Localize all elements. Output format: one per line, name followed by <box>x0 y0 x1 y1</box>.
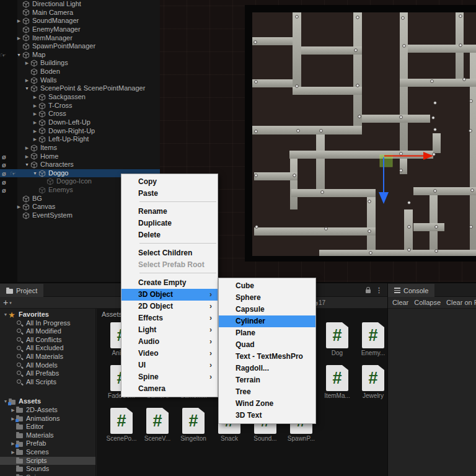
project-tree-item[interactable]: All Conflicts <box>0 336 95 345</box>
console-log-area[interactable] <box>388 309 476 476</box>
context-menu-item[interactable]: Rename › <box>121 206 218 218</box>
project-tree-item[interactable]: All Prefabs <box>0 369 95 378</box>
project-tree-item[interactable]: Materials <box>0 431 95 440</box>
submenu-item[interactable]: Cube › <box>219 280 315 292</box>
hierarchy-item[interactable]: Buildings <box>0 59 160 68</box>
context-menu-item[interactable]: 2D Object › <box>121 301 218 312</box>
hierarchy-item[interactable]: Main Camera <box>0 9 160 17</box>
hierarchy-item[interactable]: Left-Up-Right <box>0 135 160 144</box>
expander-icon[interactable] <box>32 118 38 127</box>
context-menu-item[interactable]: › <box>121 243 218 247</box>
context-menu-item[interactable]: Delete › <box>121 229 218 241</box>
hierarchy-item[interactable]: Boden <box>0 68 160 76</box>
project-tree-item[interactable]: Editor <box>0 423 95 431</box>
context-menu-item[interactable]: Spine › <box>121 371 218 383</box>
scene-visibility-icon[interactable] <box>0 51 6 60</box>
submenu-item[interactable]: Sphere › <box>219 292 315 304</box>
lock-icon[interactable] <box>366 289 371 293</box>
context-menu-item[interactable]: Select Children › <box>121 247 218 259</box>
asset-item[interactable]: # ScenePo... <box>105 408 138 442</box>
submenu-item[interactable]: Tree › <box>219 386 315 398</box>
expander-icon[interactable] <box>32 135 38 144</box>
context-menu-item[interactable]: › <box>121 201 218 206</box>
submenu-item[interactable]: Terrain › <box>219 374 315 386</box>
hierarchy-item[interactable]: Home <box>0 152 160 161</box>
tab-project[interactable]: Project <box>0 284 43 297</box>
project-tree-item[interactable]: All Excluded <box>0 344 95 353</box>
project-tree-item[interactable]: Scenes <box>0 448 95 457</box>
expander-icon[interactable] <box>24 59 30 68</box>
project-tree-item[interactable]: All Materials <box>0 353 95 361</box>
console-collapse-button[interactable]: Collapse <box>414 297 441 308</box>
context-menu-item[interactable]: Video › <box>121 348 218 359</box>
expander-icon[interactable] <box>32 127 38 136</box>
hierarchy-item[interactable]: Cross <box>0 110 160 118</box>
expander-icon[interactable] <box>24 144 30 152</box>
project-tree-item[interactable]: Animations <box>0 415 95 423</box>
hierarchy-item[interactable]: Sackgassen <box>0 93 160 102</box>
expander-icon[interactable] <box>24 76 30 85</box>
context-menu-item[interactable]: Audio › <box>121 336 218 348</box>
expander-icon[interactable] <box>10 448 16 457</box>
asset-item[interactable]: # SceneV... <box>141 408 174 442</box>
hierarchy-item[interactable]: SoundManager <box>0 17 160 25</box>
asset-item[interactable]: # ItemMa... <box>320 365 354 399</box>
scene-visibility-icon[interactable] <box>2 187 6 195</box>
expander-icon[interactable] <box>32 110 38 118</box>
project-tree-item[interactable]: Favorites <box>0 311 95 319</box>
hierarchy-item[interactable]: SpawnPointManager <box>0 42 160 51</box>
project-tree-item[interactable]: Spine <box>0 474 95 476</box>
project-tree-item[interactable]: Assets <box>0 397 95 406</box>
scene-visibility-icon[interactable] <box>2 178 6 187</box>
context-menu-item[interactable]: Copy › <box>121 176 218 188</box>
project-tree-item[interactable] <box>0 386 95 397</box>
scene-visibility-icon[interactable] <box>2 153 6 161</box>
submenu-item[interactable]: Capsule › <box>219 304 315 315</box>
asset-item[interactable]: # Enemy... <box>356 322 387 356</box>
context-menu-item[interactable]: Paste › <box>121 188 218 200</box>
hierarchy-item[interactable]: Down-Left-Up <box>0 118 160 127</box>
hierarchy-item[interactable]: Map <box>0 51 160 60</box>
hierarchy-item[interactable]: Items <box>0 144 160 152</box>
context-menu-item[interactable]: UI › <box>121 359 218 371</box>
project-tree-item[interactable]: 2D-Assets <box>0 406 95 415</box>
hierarchy-item[interactable]: T-Cross <box>0 102 160 110</box>
submenu-item[interactable]: Ragdoll... › <box>219 363 315 374</box>
submenu-item[interactable]: Quad › <box>219 339 315 351</box>
tab-console[interactable]: Console <box>388 284 434 297</box>
expander-icon[interactable] <box>24 152 30 161</box>
project-tree-item[interactable]: All Scripts <box>0 378 95 387</box>
project-tree-item[interactable]: All In Progress <box>0 319 95 328</box>
context-menu-item[interactable]: Duplicate › <box>121 218 218 229</box>
context-menu-item[interactable]: 3D Object › <box>121 289 218 301</box>
expander-icon[interactable] <box>10 406 16 415</box>
expander-icon[interactable] <box>24 84 30 93</box>
submenu-item[interactable]: 3D Text › <box>219 410 315 421</box>
expander-icon[interactable] <box>32 93 38 102</box>
expander-icon[interactable] <box>24 161 30 169</box>
submenu-item[interactable]: Cylinder › <box>219 315 315 327</box>
context-menu-item[interactable]: Effects › <box>121 312 218 324</box>
project-tree-item[interactable]: Sounds <box>0 465 95 474</box>
kebab-menu-icon[interactable]: ⋮ <box>376 286 382 294</box>
context-menu-item[interactable]: Select Prefab Root › <box>121 259 218 271</box>
create-asset-button[interactable]: +▾ <box>3 297 12 309</box>
expander-icon[interactable] <box>2 311 9 319</box>
submenu-item[interactable]: Plane › <box>219 327 315 339</box>
submenu-item[interactable]: Wind Zone › <box>219 398 315 410</box>
hierarchy-item[interactable]: Characters <box>0 161 160 169</box>
asset-item[interactable]: # Dog <box>320 322 354 356</box>
console-clear-on-play-button[interactable]: Clear on Play <box>446 297 476 308</box>
context-menu-item[interactable]: Camera › <box>121 383 218 395</box>
hierarchy-item[interactable]: EnemyManager <box>0 25 160 34</box>
scene-map[interactable] <box>245 5 476 262</box>
project-tree-item[interactable]: All Models <box>0 361 95 370</box>
scene-visibility-icon[interactable] <box>2 170 6 178</box>
asset-item[interactable]: # Singelton <box>177 408 210 442</box>
asset-item[interactable]: # Jewelry <box>356 365 387 399</box>
hierarchy-item[interactable]: Walls <box>0 76 160 85</box>
context-menu-item[interactable]: › <box>121 273 218 277</box>
console-clear-button[interactable]: Clear <box>392 297 408 308</box>
scene-visibility-icon[interactable] <box>10 170 16 178</box>
expander-icon[interactable] <box>32 102 38 110</box>
